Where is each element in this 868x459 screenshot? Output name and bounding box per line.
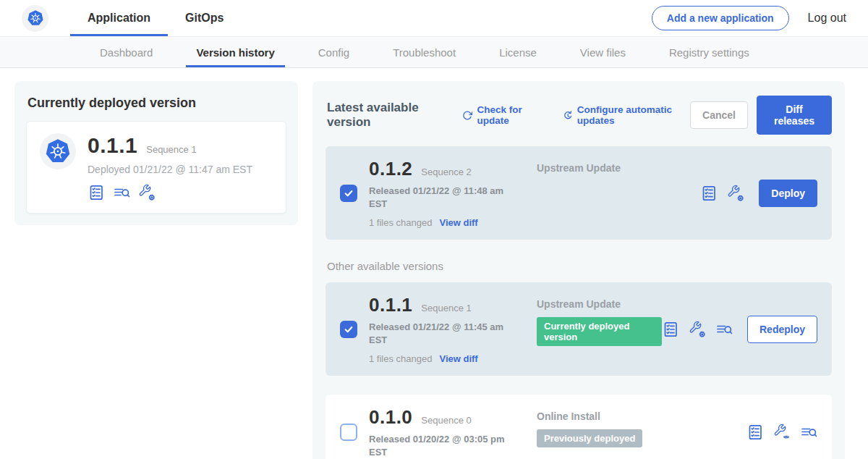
current-version-icons [88,184,252,201]
subnav-tab-registry-settings-label: Registry settings [669,46,749,59]
subnav-tab-troubleshoot[interactable]: Troubleshoot [393,37,456,67]
version-released-date: Released 01/21/22 @ 11:48 am EST [369,185,514,210]
app-logo [40,133,76,169]
main-content: Currently deployed version 0.1.1 Sequenc… [0,68,868,459]
subnav-tab-config[interactable]: Config [318,37,349,67]
tab-gitops-label: GitOps [185,12,224,25]
main-tabs: Application GitOps [70,0,241,36]
current-version-info: 0.1.1 Sequence 1 Deployed 01/21/22 @ 11:… [88,133,252,201]
latest-version-panel: Latest available version Check for updat… [312,81,845,459]
current-version-panel: Currently deployed version 0.1.1 Sequenc… [14,81,298,225]
checkmark-icon [343,324,354,335]
edit-config-icon[interactable] [689,321,706,338]
app-subnav: Dashboard Version history Config Trouble… [0,36,868,68]
configure-automatic-updates-link[interactable]: Configure automatic updates [563,104,690,126]
version-number: 0.1.0 [369,406,412,429]
subnav-tab-dashboard-label: Dashboard [100,46,153,59]
checkmark-icon [343,188,354,199]
version-0-1-1-checkbox[interactable] [340,321,357,338]
version-0-1-2-checkbox[interactable] [340,185,357,202]
files-changed-label: 1 files changed [369,353,432,364]
deploy-logs-icon[interactable] [113,184,130,201]
kubernetes-logo [22,5,48,32]
released-line: Released 01/21/22 @ 11:48 am [369,185,514,198]
header-right: Add a new application Log out [652,6,846,30]
deploy-button[interactable]: Deploy [759,180,817,207]
other-versions-label: Other available versions [327,260,832,272]
subnav-tab-registry-settings[interactable]: Registry settings [669,37,749,67]
version-row-0-1-0: 0.1.0 Sequence 0 Released 01/20/22 @ 03:… [326,395,832,459]
version-released-date: Released 01/21/22 @ 11:45 am EST [369,321,514,346]
version-source-label: Upstream Update [537,298,662,310]
edit-config-icon[interactable] [138,184,156,201]
tab-gitops[interactable]: GitOps [168,0,241,36]
version-sequence: Sequence 1 [421,303,471,313]
version-actions: Redeploy [662,316,817,343]
released-line: Released 01/20/22 @ 03:05 pm [369,433,514,446]
subnav-tab-troubleshoot-label: Troubleshoot [393,46,456,59]
current-version-card: 0.1.1 Sequence 1 Deployed 01/21/22 @ 11:… [26,121,286,214]
check-for-update-label: Check for update [477,104,544,126]
configure-automatic-updates-label: Configure automatic updates [577,104,690,126]
check-for-update-link[interactable]: Check for update [462,104,543,126]
edit-config-icon[interactable] [727,185,744,202]
redeploy-button[interactable]: Redeploy [747,316,817,343]
version-actions [746,424,817,441]
released-tz: EST [369,446,514,459]
version-actions: Deploy [700,180,817,207]
version-info: 0.1.1 Sequence 1 Released 01/21/22 @ 11:… [369,294,537,364]
released-tz: EST [369,334,514,347]
deploy-logs-icon[interactable] [715,321,733,338]
version-number: 0.1.2 [369,158,412,180]
version-row-0-1-2: 0.1.2 Sequence 2 Released 01/21/22 @ 11:… [326,146,832,240]
version-number: 0.1.1 [369,294,412,316]
subnav-tab-version-history-label: Version history [196,46,274,59]
tab-application[interactable]: Application [70,0,168,36]
subnav-tab-license-label: License [499,46,537,59]
version-info: 0.1.2 Sequence 2 Released 01/21/22 @ 11:… [369,158,537,228]
view-config-icon[interactable] [773,424,791,441]
files-changed-label: 1 files changed [369,217,432,228]
version-released-date: Released 01/20/22 @ 03:05 pm EST [369,433,514,458]
subnav-tab-dashboard[interactable]: Dashboard [100,37,153,67]
add-new-application-button[interactable]: Add a new application [652,6,789,30]
current-version-deployed-date: Deployed 01/21/22 @ 11:47 am EST [88,164,252,175]
currently-deployed-badge: Currently deployed version [537,317,662,346]
logout-link[interactable]: Log out [808,12,846,25]
view-diff-link[interactable]: View diff [439,217,477,228]
version-source: Online Install Previously deployed [537,406,746,447]
cancel-button[interactable]: Cancel [690,101,748,129]
version-source-label: Online Install [537,410,746,422]
subnav-tab-license[interactable]: License [499,37,537,67]
subnav-tab-version-history[interactable]: Version history [196,37,274,67]
view-diff-link[interactable]: View diff [439,353,477,364]
kubernetes-icon [43,137,72,166]
subnav-tab-view-files[interactable]: View files [580,37,626,67]
version-sequence: Sequence 2 [421,167,471,177]
latest-version-header: Latest available version Check for updat… [327,96,832,135]
version-source: Upstream Update [537,158,700,174]
released-line: Released 01/21/22 @ 11:45 am [369,321,514,334]
subnav-tab-view-files-label: View files [580,46,626,59]
release-notes-icon[interactable] [662,321,679,338]
version-source-label: Upstream Update [537,162,700,174]
released-tz: EST [369,198,514,211]
release-notes-icon[interactable] [88,184,105,201]
version-row-0-1-1: 0.1.1 Sequence 1 Released 01/21/22 @ 11:… [326,282,832,376]
tab-application-label: Application [88,12,150,25]
refresh-icon [462,109,472,122]
deploy-logs-icon[interactable] [800,424,817,441]
latest-version-title: Latest available version [327,101,443,130]
version-0-1-0-checkbox[interactable] [340,424,357,441]
current-version-title: Currently deployed version [27,96,286,111]
clock-refresh-icon [563,109,573,122]
current-version-sequence: Sequence 1 [146,144,196,155]
previously-deployed-badge: Previously deployed [537,429,642,447]
release-notes-icon[interactable] [700,185,718,202]
diff-releases-button[interactable]: Diff releases [757,96,832,135]
version-info: 0.1.0 Sequence 0 Released 01/20/22 @ 03:… [369,406,537,458]
version-source: Upstream Update Currently deployed versi… [537,294,662,346]
release-notes-icon[interactable] [746,424,764,441]
kubernetes-icon [26,9,45,28]
version-sequence: Sequence 0 [421,415,471,426]
